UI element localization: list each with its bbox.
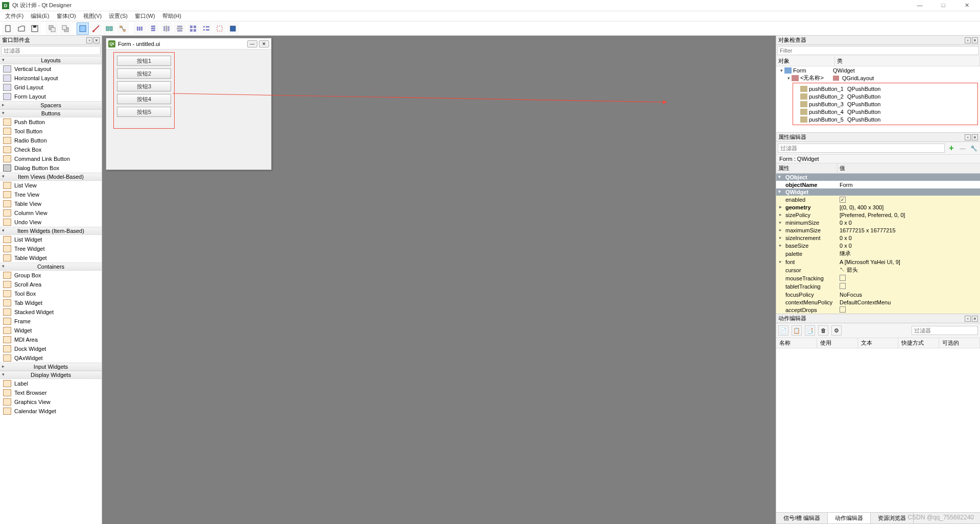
menu-window[interactable]: 窗口(W) [132, 11, 158, 21]
widget-grid-layout[interactable]: Grid Layout [0, 83, 102, 92]
col-class[interactable]: 类 [835, 56, 980, 66]
col-text[interactable]: 文本 [858, 338, 899, 348]
edit-signals-icon[interactable] [90, 22, 102, 35]
action-body[interactable] [776, 348, 980, 512]
remove-property-icon[interactable]: — [958, 144, 967, 153]
delete-action-icon[interactable]: 🗑 [818, 325, 828, 336]
tab-signals[interactable]: 信号/槽 编辑器 [776, 513, 828, 523]
tab-actions[interactable]: 动作编辑器 [828, 513, 871, 523]
panel-float-icon[interactable]: ▫ [86, 37, 92, 43]
prop-sizePolicy[interactable]: sizePolicy[Preferred, Preferred, 0, 0] [776, 211, 980, 219]
panel-float-icon[interactable]: ▫ [965, 134, 971, 140]
tree-row-pushButton_4[interactable]: pushButton_4QPushButton [793, 108, 976, 115]
widget-tab-widget[interactable]: Tab Widget [0, 298, 102, 307]
layout-horiz-splitter-icon[interactable] [160, 22, 173, 35]
prop-mouseTracking[interactable]: mouseTracking [776, 274, 980, 282]
menu-settings[interactable]: 设置(S) [106, 11, 131, 21]
panel-float-icon[interactable]: ▫ [965, 316, 971, 322]
widget-horizontal-layout[interactable]: Horizontal Layout [0, 74, 102, 83]
prop-objectName[interactable]: objectNameForm [776, 181, 980, 188]
form-按钮3[interactable]: 按钮3 [117, 81, 171, 91]
inspector-filter[interactable] [777, 46, 979, 55]
category-spacers[interactable]: Spacers [0, 101, 102, 109]
widget-radio-button[interactable]: Radio Button [0, 136, 102, 145]
col-name[interactable]: 名称 [776, 338, 817, 348]
category-display-widgets[interactable]: Display Widgets [0, 371, 102, 379]
widget-list-view[interactable]: List View [0, 181, 102, 190]
save-file-icon[interactable] [29, 22, 41, 35]
property-body[interactable]: QObjectobjectNameFormQWidgetenabled✓geom… [776, 174, 980, 314]
panel-close-icon[interactable]: × [972, 316, 978, 322]
widget-label[interactable]: Label [0, 379, 102, 388]
layout-grid-icon[interactable] [187, 22, 199, 35]
menu-view[interactable]: 视图(V) [80, 11, 105, 21]
layout-vert-splitter-icon[interactable] [174, 22, 186, 35]
menu-edit[interactable]: 编辑(E) [28, 11, 53, 21]
widget-column-view[interactable]: Column View [0, 208, 102, 218]
category-containers[interactable]: Containers [0, 263, 102, 271]
tree-row-pushButton_3[interactable]: pushButton_3QPushButton [793, 100, 976, 108]
form-按钮4[interactable]: 按钮4 [117, 94, 171, 104]
widget-tree[interactable]: LayoutsVertical LayoutHorizontal LayoutG… [0, 56, 102, 524]
widget-tool-box[interactable]: Tool Box [0, 289, 102, 298]
widget-dialog-button-box[interactable]: Dialog Button Box [0, 163, 102, 173]
prop-sizeIncrement[interactable]: sizeIncrement0 x 0 [776, 234, 980, 242]
paste-action-icon[interactable]: 📑 [805, 325, 815, 336]
form-按钮5[interactable]: 按钮5 [117, 107, 171, 117]
panel-float-icon[interactable]: ▫ [965, 37, 971, 43]
category-buttons[interactable]: Buttons [0, 109, 102, 117]
widget-table-view[interactable]: Table View [0, 199, 102, 208]
widget-calendar-widget[interactable]: Calendar Widget [0, 407, 102, 416]
action-filter[interactable] [912, 326, 978, 335]
widget-command-link-button[interactable]: Command Link Button [0, 154, 102, 163]
open-file-icon[interactable] [15, 22, 28, 35]
widget-widget[interactable]: Widget [0, 326, 102, 335]
form-close-icon[interactable]: ✕ [259, 40, 269, 47]
bring-front-icon[interactable] [59, 22, 71, 35]
tree-row-layout[interactable]: ▾ <无名称> QGridLayout [776, 74, 980, 82]
object-tree[interactable]: 对象 类 ▾ Form QWidget ▾ <无名称> QGridLayout … [776, 56, 980, 132]
widget-text-browser[interactable]: Text Browser [0, 388, 102, 397]
form-按钮2[interactable]: 按钮2 [117, 68, 171, 79]
widget-form-layout[interactable]: Form Layout [0, 92, 102, 101]
adjust-size-icon[interactable] [227, 22, 239, 35]
break-layout-icon[interactable] [213, 22, 226, 35]
widget-tree-view[interactable]: Tree View [0, 190, 102, 199]
design-canvas[interactable]: Qt Form - untitled.ui — ✕ 按钮1按钮2按钮3按钮4按钮… [102, 36, 776, 524]
prop-baseSize[interactable]: baseSize0 x 0 [776, 242, 980, 249]
layout-horiz-icon[interactable] [134, 22, 146, 35]
widget-tree-widget[interactable]: Tree Widget [0, 244, 102, 253]
menu-form[interactable]: 窗体(O) [54, 11, 79, 21]
edit-buddies-icon[interactable] [103, 22, 115, 35]
widget-mdi-area[interactable]: MDI Area [0, 335, 102, 344]
tree-row-pushButton_1[interactable]: pushButton_1QPushButton [793, 85, 976, 92]
widget-list-widget[interactable]: List Widget [0, 235, 102, 244]
panel-close-icon[interactable]: × [93, 37, 100, 43]
maximize-button[interactable]: □ [936, 2, 950, 9]
widget-undo-view[interactable]: Undo View [0, 218, 102, 227]
tree-row-pushButton_2[interactable]: pushButton_2QPushButton [793, 92, 976, 100]
layout-form-icon[interactable] [200, 22, 212, 35]
edit-widgets-icon[interactable] [77, 22, 89, 35]
config-property-icon[interactable]: 🔧 [969, 144, 978, 153]
col-property[interactable]: 属性 [776, 163, 838, 173]
prop-tabletTracking[interactable]: tabletTracking [776, 282, 980, 291]
minimize-button[interactable]: — [913, 2, 927, 9]
prop-minimumSize[interactable]: minimumSize0 x 0 [776, 219, 980, 226]
prop-enabled[interactable]: enabled✓ [776, 196, 980, 203]
form-titlebar[interactable]: Qt Form - untitled.ui — ✕ [106, 38, 271, 50]
prop-maximumSize[interactable]: maximumSize16777215 x 16777215 [776, 226, 980, 234]
col-checkable[interactable]: 可选的 [939, 338, 980, 348]
widget-check-box[interactable]: Check Box [0, 145, 102, 154]
add-property-icon[interactable]: + [947, 144, 956, 153]
form-body[interactable]: 按钮1按钮2按钮3按钮4按钮5 [106, 50, 271, 170]
menu-file[interactable]: 文件(F) [2, 11, 27, 21]
col-value[interactable]: 值 [838, 163, 980, 173]
tree-row-pushButton_5[interactable]: pushButton_5QPushButton [793, 115, 976, 123]
col-used[interactable]: 使用 [817, 338, 858, 348]
prop-palette[interactable]: palette继承 [776, 249, 980, 258]
widget-qaxwidget[interactable]: QAxWidget [0, 353, 102, 363]
widget-group-box[interactable]: Group Box [0, 271, 102, 280]
close-button[interactable]: ✕ [960, 2, 974, 9]
category-item-widgets-item-based-[interactable]: Item Widgets (Item-Based) [0, 227, 102, 235]
